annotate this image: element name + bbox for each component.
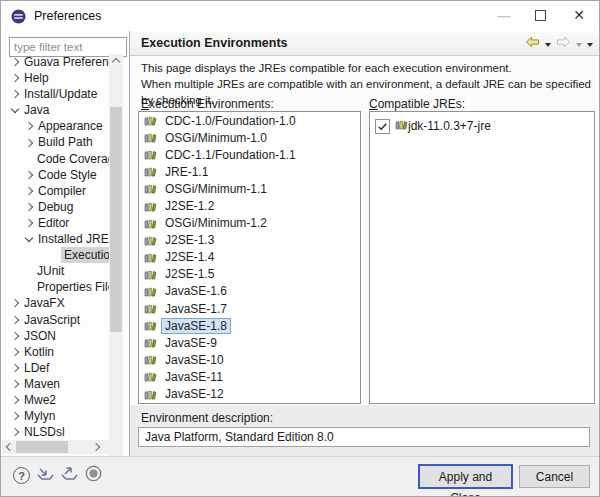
chevron-right-icon[interactable]	[25, 219, 33, 227]
record-circle-icon[interactable]	[85, 465, 102, 485]
sidebar-item-appearance[interactable]: Appearance	[2, 118, 109, 134]
env-list-item[interactable]: JavaSE-11	[139, 368, 360, 385]
sidebar-item-guava-preference[interactable]: Guava Preference	[2, 54, 109, 70]
env-list-item[interactable]: CDC-1.0/Foundation-1.0	[139, 112, 360, 129]
chevron-right-icon[interactable]	[11, 331, 19, 339]
sidebar-item-install-update[interactable]: Install/Update	[2, 86, 109, 102]
sidebar-item-java[interactable]: Java	[2, 102, 109, 118]
sidebar-item-installed-jres[interactable]: Installed JREs	[2, 231, 109, 247]
env-list-item[interactable]: JavaSE-9	[139, 334, 360, 351]
main-panel: Execution Environments This page display…	[130, 31, 600, 456]
chevron-right-icon[interactable]	[25, 122, 33, 130]
export-preferences-icon[interactable]	[61, 466, 78, 484]
jre-checkbox[interactable]	[375, 119, 390, 134]
env-list-item[interactable]: JavaSE-1.8	[139, 317, 360, 334]
env-item-label: JavaSE-1.6	[161, 283, 231, 299]
env-list-item[interactable]: J2SE-1.3	[139, 232, 360, 249]
env-list-item[interactable]: OSGi/Minimum-1.2	[139, 215, 360, 232]
chevron-right-icon[interactable]	[11, 428, 19, 436]
footer-icons: ?	[13, 465, 102, 485]
horizontal-scroll-thumb[interactable]	[16, 441, 68, 453]
env-list-item[interactable]: J2SE-1.2	[139, 197, 360, 214]
forward-history-dropdown-icon[interactable]	[576, 43, 582, 47]
tree-item-label: Properties Files	[37, 279, 109, 295]
execution-env-list[interactable]: CDC-1.0/Foundation-1.0OSGi/Minimum-1.0CD…	[138, 111, 361, 404]
view-menu-icon[interactable]	[587, 43, 593, 47]
sidebar-item-editor[interactable]: Editor	[2, 215, 109, 231]
sidebar-item-debug[interactable]: Debug	[2, 199, 109, 215]
chevron-right-icon[interactable]	[11, 299, 19, 307]
sidebar-item-nlsdsl[interactable]: NLSDsl	[2, 424, 109, 439]
sidebar-item-javafx[interactable]: JavaFX	[2, 295, 109, 311]
back-arrow-icon[interactable]	[525, 36, 540, 51]
chevron-right-icon[interactable]	[25, 138, 33, 146]
compatible-jres-label: Compatible JREs:	[369, 97, 465, 111]
env-item-label: CDC-1.1/Foundation-1.1	[161, 147, 300, 163]
env-list-item[interactable]: JavaSE-1.6	[139, 283, 360, 300]
chevron-down-icon[interactable]	[11, 105, 19, 113]
sidebar-item-mwe2[interactable]: Mwe2	[2, 392, 109, 408]
sidebar-item-build-path[interactable]: Build Path	[2, 134, 109, 150]
env-list-item[interactable]: JRE-1.1	[139, 163, 360, 180]
chevron-right-icon[interactable]	[11, 74, 19, 82]
sidebar-item-compiler[interactable]: Compiler	[2, 183, 109, 199]
sidebar-item-javascript[interactable]: JavaScript	[2, 312, 109, 328]
jre-list-item[interactable]: jdk-11.0.3+7-jre	[370, 112, 594, 136]
environment-description-field: Java Platform, Standard Edition 8.0	[138, 427, 590, 447]
sidebar-item-help[interactable]: Help	[2, 70, 109, 86]
sidebar-horizontal-scrollbar[interactable]	[2, 440, 109, 454]
close-button[interactable]: ✕	[562, 1, 596, 30]
tree-item-label: Installed JREs	[38, 231, 109, 247]
maximize-button[interactable]	[523, 1, 557, 30]
chevron-down-icon[interactable]	[25, 233, 33, 241]
sidebar-item-properties-files[interactable]: Properties Files	[2, 279, 109, 295]
chevron-right-icon[interactable]	[11, 364, 19, 372]
page-header: Execution Environments	[130, 31, 600, 56]
tree-item-label: Kotlin	[24, 344, 54, 360]
env-list-item[interactable]: J2SE-1.4	[139, 249, 360, 266]
sidebar-item-code-style[interactable]: Code Style	[2, 167, 109, 183]
sidebar-item-junit[interactable]: JUnit	[2, 263, 109, 279]
import-preferences-icon[interactable]	[37, 466, 54, 484]
tree-spacer	[26, 156, 31, 161]
env-list-item[interactable]: OSGi/Minimum-1.1	[139, 180, 360, 197]
chevron-right-icon[interactable]	[11, 412, 19, 420]
apply-and-close-button[interactable]: Apply and Close	[419, 465, 512, 488]
compatible-jre-list[interactable]: jdk-11.0.3+7-jre	[369, 111, 595, 404]
sidebar-item-code-coverage[interactable]: Code Coverage	[2, 151, 109, 167]
sidebar-item-execution-environments[interactable]: Execution Environments	[2, 247, 109, 263]
chevron-right-icon[interactable]	[25, 170, 33, 178]
sidebar-item-ldef[interactable]: LDef	[2, 360, 109, 376]
back-history-dropdown-icon[interactable]	[545, 43, 551, 47]
chevron-right-icon[interactable]	[11, 347, 19, 355]
vertical-scroll-thumb[interactable]	[110, 107, 122, 332]
chevron-right-icon[interactable]	[25, 203, 33, 211]
chevron-right-icon[interactable]	[25, 187, 33, 195]
cancel-button[interactable]: Cancel	[519, 465, 590, 488]
env-item-label: CDC-1.0/Foundation-1.0	[161, 113, 300, 129]
env-list-item[interactable]: JavaSE-1.7	[139, 300, 360, 317]
sidebar-vertical-scrollbar[interactable]	[109, 54, 123, 469]
scroll-up-icon[interactable]	[109, 54, 123, 68]
env-list-item[interactable]: OSGi/Minimum-1.0	[139, 129, 360, 146]
chevron-right-icon[interactable]	[11, 380, 19, 388]
chevron-right-icon[interactable]	[11, 396, 19, 404]
sidebar-item-mylyn[interactable]: Mylyn	[2, 408, 109, 424]
chevron-right-icon[interactable]	[11, 90, 19, 98]
scroll-left-icon[interactable]	[2, 440, 16, 454]
chevron-right-icon[interactable]	[11, 315, 19, 323]
env-list-item[interactable]: JavaSE-10	[139, 351, 360, 368]
scroll-right-icon[interactable]	[90, 440, 104, 454]
env-list-item[interactable]: J2SE-1.5	[139, 266, 360, 283]
sidebar-item-json[interactable]: JSON	[2, 328, 109, 344]
tree-item-label: LDef	[24, 360, 49, 376]
maximize-icon	[535, 10, 546, 21]
env-list-item[interactable]: JavaSE-12	[139, 386, 360, 403]
env-list-item[interactable]: CDC-1.1/Foundation-1.1	[139, 146, 360, 163]
library-icon	[144, 303, 157, 314]
sidebar-item-maven[interactable]: Maven	[2, 376, 109, 392]
sidebar-item-kotlin[interactable]: Kotlin	[2, 344, 109, 360]
chevron-right-icon[interactable]	[11, 58, 19, 66]
library-icon	[144, 286, 157, 297]
help-icon[interactable]: ?	[13, 467, 30, 484]
